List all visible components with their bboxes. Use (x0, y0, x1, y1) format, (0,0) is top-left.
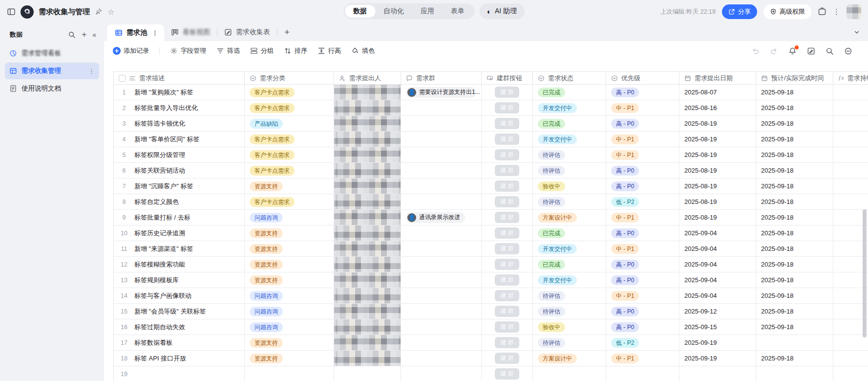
sidebar-item-docs[interactable]: 使用说明文档 (5, 80, 99, 97)
cell-group[interactable] (401, 116, 482, 131)
cell-group[interactable] (401, 257, 482, 272)
cell-group[interactable] (401, 241, 482, 256)
cell-build-group[interactable]: 建 群 (482, 194, 533, 209)
cell-status[interactable]: 待评估 (533, 163, 606, 178)
vertical-scrollbar[interactable] (863, 209, 867, 337)
cell-reporter[interactable] (334, 179, 401, 194)
sidebar-item-collection[interactable]: 需求收集管理 ⋮ (5, 63, 99, 79)
cell-reporter[interactable] (334, 241, 401, 256)
cell-submit-date[interactable]: 2025-08-19 (679, 210, 756, 225)
build-group-button[interactable]: 建 群 (495, 196, 519, 207)
status-chip[interactable]: 开发交付中 (538, 103, 577, 113)
cell-complete-date[interactable]: 2025-09-18 (756, 85, 833, 100)
priority-chip[interactable]: 低 - P2 (611, 197, 639, 207)
cell-duration[interactable] (833, 163, 868, 178)
cell-reporter[interactable] (334, 272, 401, 288)
cell-build-group[interactable]: 建 群 (482, 241, 533, 256)
category-chip[interactable]: 问题咨询 (250, 213, 283, 223)
cell-category[interactable]: 客户卡点需求 (245, 194, 334, 209)
build-group-button[interactable]: 建 群 (495, 149, 519, 160)
cell-submit-date[interactable]: 2025-08-19 (679, 163, 756, 178)
cell-submit-date[interactable]: 2025-09-04 (679, 241, 756, 256)
share-button[interactable]: 分享 (722, 4, 757, 19)
cell-category[interactable]: 资源支持 (245, 272, 334, 288)
category-chip[interactable]: 客户卡点需求 (250, 197, 295, 207)
cell-status[interactable]: 开发交付中 (533, 100, 606, 115)
cell-category[interactable]: 问题咨询 (245, 319, 334, 335)
search-grid-icon[interactable] (826, 47, 834, 55)
cell-category[interactable]: 客户卡点需求 (245, 100, 334, 115)
collapse-sidebar-icon[interactable]: « (92, 31, 96, 39)
cell-status[interactable]: 已完成 (533, 225, 606, 241)
cell-group[interactable] (401, 351, 482, 366)
priority-chip[interactable]: 高 - P0 (611, 322, 639, 332)
status-chip[interactable]: 验收中 (538, 322, 565, 332)
cell-priority[interactable]: 高 - P0 (606, 116, 679, 131)
cell-submit-date[interactable]: 2025-08-07 (679, 85, 756, 100)
cell-category[interactable]: 问题咨询 (245, 288, 334, 303)
category-chip[interactable]: 资源支持 (250, 338, 283, 348)
cell-description[interactable]: 2标签批量导入导出优化 (114, 100, 245, 115)
redo-icon[interactable] (770, 47, 778, 55)
build-group-button[interactable]: 建 群 (495, 180, 519, 192)
cell-complete-date[interactable] (756, 366, 833, 381)
category-chip[interactable]: 产品缺陷 (250, 119, 283, 129)
cell-build-group[interactable]: 建 群 (482, 272, 533, 288)
tab-app[interactable]: 应用 (412, 5, 443, 18)
status-chip[interactable]: 已完成 (538, 88, 565, 97)
cell-submit-date[interactable] (679, 366, 756, 381)
cell-description[interactable]: 7新增 "沉睡客户" 标签 (114, 179, 245, 194)
category-chip[interactable]: 问题咨询 (250, 291, 283, 301)
build-group-button[interactable]: 建 群 (495, 165, 519, 176)
cell-priority[interactable]: 低 - P2 (606, 194, 679, 209)
cell-complete-date[interactable]: 2025-09-18 (756, 147, 833, 162)
column-header-category[interactable]: 需求分类 (245, 72, 334, 84)
cell-complete-date[interactable]: 2025-09-18 (756, 351, 833, 366)
priority-chip[interactable]: 中 - P1 (611, 103, 639, 113)
cell-status[interactable]: 待评估 (533, 304, 606, 319)
cell-category[interactable] (245, 366, 334, 381)
status-chip[interactable]: 待评估 (538, 291, 565, 301)
cell-status[interactable]: 验收中 (533, 319, 606, 335)
select-all-checkbox[interactable] (119, 75, 126, 82)
cell-priority[interactable]: 中 - P1 (606, 241, 679, 256)
cell-description[interactable]: 16标签过期自动失效 (114, 319, 245, 335)
cell-category[interactable]: 产品缺陷 (245, 116, 334, 131)
cell-group[interactable] (401, 272, 482, 288)
category-chip[interactable]: 客户卡点需求 (250, 103, 295, 113)
cell-submit-date[interactable]: 2025-09-04 (679, 272, 756, 288)
cell-priority[interactable]: 高 - P0 (606, 319, 679, 335)
view-menu-icon[interactable]: ⋮ (152, 29, 158, 37)
status-chip[interactable]: 方案设计中 (538, 213, 577, 223)
cell-status[interactable] (533, 366, 606, 381)
cell-status[interactable]: 待评估 (533, 147, 606, 162)
cell-complete-date[interactable]: 2025-09-18 (756, 194, 833, 209)
cell-category[interactable]: 问题咨询 (245, 304, 334, 319)
cell-complete-date[interactable]: 2025-09-18 (756, 288, 833, 303)
cell-priority[interactable]: 低 - P2 (606, 335, 679, 350)
cell-build-group[interactable]: 建 群 (482, 163, 533, 178)
cell-status[interactable]: 开发交付中 (533, 241, 606, 256)
cell-priority[interactable]: 中 - P1 (606, 147, 679, 162)
undo-icon[interactable] (751, 47, 760, 55)
record-form-icon[interactable] (807, 47, 815, 55)
status-chip[interactable]: 待评估 (538, 338, 565, 348)
cell-group[interactable] (401, 225, 482, 241)
cell-status[interactable]: 开发交付中 (533, 272, 606, 288)
filter-button[interactable]: 筛选 (216, 46, 240, 55)
cell-description[interactable]: 10标签历史记录追溯 (114, 225, 245, 241)
cell-group[interactable] (401, 366, 482, 381)
cell-complete-date[interactable]: 2025-09-18 (756, 319, 833, 335)
cell-category[interactable]: 资源支持 (245, 257, 334, 272)
cell-category[interactable]: 资源支持 (245, 351, 334, 366)
tab-data[interactable]: 数据 (345, 5, 375, 18)
cell-reporter[interactable] (334, 288, 401, 303)
cell-build-group[interactable]: 建 群 (482, 100, 533, 115)
priority-chip[interactable]: 中 - P1 (611, 134, 639, 144)
cell-description[interactable]: 15新增 "会员等级" 关联标签 (114, 304, 245, 319)
cell-reporter[interactable] (334, 319, 401, 335)
cell-status[interactable]: 待评估 (533, 335, 606, 350)
cell-complete-date[interactable]: 2025-09-18 (756, 100, 833, 115)
cell-duration[interactable] (833, 116, 868, 131)
notification-bell-icon[interactable] (788, 47, 797, 55)
